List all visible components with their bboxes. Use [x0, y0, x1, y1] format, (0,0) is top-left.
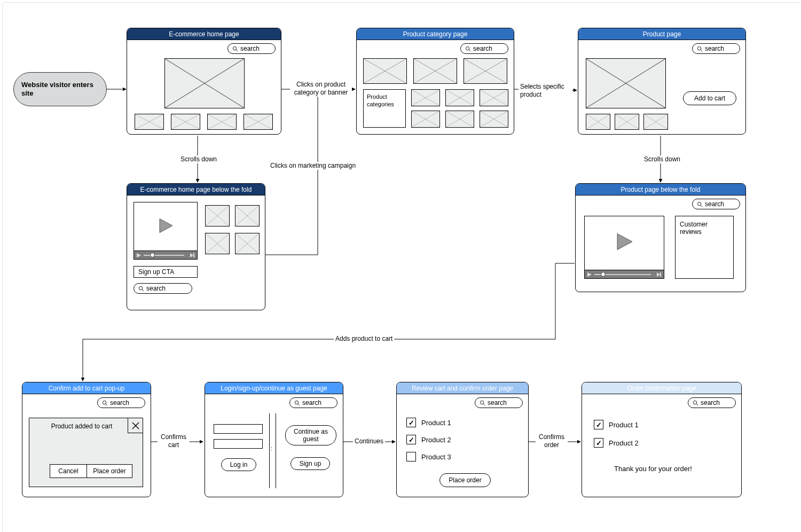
frame-title: E-commerce home page below the fold — [127, 184, 265, 195]
checkbox[interactable] — [406, 452, 416, 461]
checkbox-icon: ✓ — [594, 420, 603, 429]
thumb — [615, 114, 639, 130]
svg-marker-60 — [657, 272, 660, 277]
search-label: search — [110, 399, 129, 406]
continue-guest-button[interactable]: Continue as guest — [285, 425, 336, 445]
frame-title: Review cart and confirm order page — [397, 382, 528, 394]
svg-marker-43 — [137, 253, 141, 257]
close-button[interactable] — [128, 418, 143, 433]
checkbox[interactable]: ✓ — [406, 435, 416, 444]
cancel-button[interactable]: Cancel — [50, 464, 87, 478]
frame-title: Product category page — [357, 28, 514, 40]
place-order-button[interactable]: Place order — [87, 464, 132, 478]
edge-label: Confirms order — [536, 433, 568, 449]
thumb — [643, 114, 668, 130]
svg-point-32 — [697, 46, 701, 50]
review-item: ✓ Product 2 — [406, 435, 451, 444]
search-field[interactable]: search — [688, 397, 736, 408]
signup-cta[interactable]: Sign up CTA — [134, 266, 198, 278]
svg-point-70 — [693, 401, 696, 404]
checkbox[interactable]: ✓ — [406, 418, 416, 427]
thumb — [586, 114, 610, 130]
checkbox-icon: ✓ — [594, 438, 603, 448]
search-icon — [294, 400, 300, 406]
place-order-button[interactable]: Place order — [439, 473, 491, 487]
search-field[interactable]: search — [227, 43, 276, 54]
frame-title: Confirm add to cart pop-up — [22, 382, 151, 394]
signup-button[interactable]: Sign up — [290, 457, 330, 470]
search-icon — [697, 201, 703, 207]
search-label: search — [240, 45, 260, 52]
search-field[interactable]: search — [134, 283, 192, 294]
frame-home: E-commerce home page search — [127, 28, 281, 135]
search-field[interactable]: search — [289, 397, 337, 408]
frame-title: Order confirmation page — [582, 382, 741, 394]
play-icon — [614, 231, 634, 253]
login-button[interactable]: Log in — [221, 458, 256, 471]
frame-home-below: E-commerce home page below the fold Sign… — [127, 183, 265, 310]
thumb — [235, 205, 260, 226]
frame-category: Product category page search Product cat… — [356, 28, 514, 135]
thumb — [445, 89, 474, 106]
search-icon — [697, 46, 703, 52]
svg-point-62 — [103, 401, 106, 404]
search-field[interactable]: search — [475, 397, 523, 408]
confirm-item: ✓ Product 2 — [594, 438, 639, 448]
search-label: search — [705, 45, 724, 52]
divider — [269, 413, 270, 488]
frame-login: Login/sign-up/continue as guest page sea… — [205, 382, 343, 497]
review-item: Product 3 — [406, 452, 451, 461]
frame-confirm-add: Confirm add to cart pop-up search Produc… — [22, 382, 151, 497]
svg-line-69 — [483, 404, 485, 405]
search-field[interactable]: search — [692, 199, 740, 209]
edge-label: Adds product to cart — [334, 335, 394, 343]
password-field[interactable] — [214, 439, 263, 449]
svg-line-55 — [142, 290, 144, 291]
search-label: search — [146, 285, 166, 292]
svg-rect-61 — [660, 272, 661, 277]
edge-label: Confirms cart — [158, 433, 190, 449]
thumb — [363, 58, 407, 84]
start-node: Website visitor enters site — [13, 72, 107, 106]
video-controls[interactable] — [585, 270, 664, 278]
svg-point-12 — [466, 46, 469, 50]
play-icon — [156, 216, 175, 236]
search-label: search — [705, 200, 724, 208]
search-label: search — [488, 399, 507, 406]
edge-label: Clicks on product category or banner — [290, 81, 352, 97]
thumb — [235, 233, 260, 254]
search-icon — [693, 400, 698, 406]
hero-image — [164, 58, 245, 108]
search-field[interactable]: search — [97, 397, 145, 408]
thumb — [480, 111, 508, 128]
svg-line-71 — [696, 404, 698, 405]
svg-point-66 — [295, 401, 298, 404]
video-controls[interactable] — [134, 251, 197, 259]
flow-canvas: Clicks on product category or banner Sel… — [2, 2, 801, 532]
svg-point-68 — [480, 401, 483, 404]
username-field[interactable] — [214, 424, 263, 434]
search-label: search — [473, 45, 492, 52]
thumb — [135, 114, 164, 130]
video-player[interactable] — [134, 202, 198, 260]
category-sidebar: Product categories — [363, 89, 406, 128]
start-label: Website visitor enters site — [21, 81, 99, 98]
confirm-item: ✓ Product 1 — [594, 420, 639, 429]
svg-point-0 — [233, 46, 236, 50]
divider-dots: : — [271, 445, 273, 451]
thumb — [205, 205, 230, 226]
frame-review: Review cart and confirm order page searc… — [396, 382, 529, 497]
thumb — [205, 233, 230, 254]
svg-line-13 — [469, 50, 470, 51]
search-field[interactable]: search — [692, 43, 740, 54]
frame-title: Product page below the fold — [576, 184, 745, 195]
search-field[interactable]: search — [460, 43, 508, 54]
frame-product-below: Product page below the fold search Custo… — [575, 183, 746, 292]
video-player[interactable] — [584, 216, 664, 279]
edge-label: Continues — [353, 437, 385, 445]
reviews-panel: Customer reviews — [675, 216, 734, 279]
popup-text: Product added to cart — [50, 423, 114, 430]
thumb — [207, 114, 237, 130]
add-to-cart-button[interactable]: Add to cart — [683, 91, 736, 105]
thumb — [480, 89, 508, 106]
